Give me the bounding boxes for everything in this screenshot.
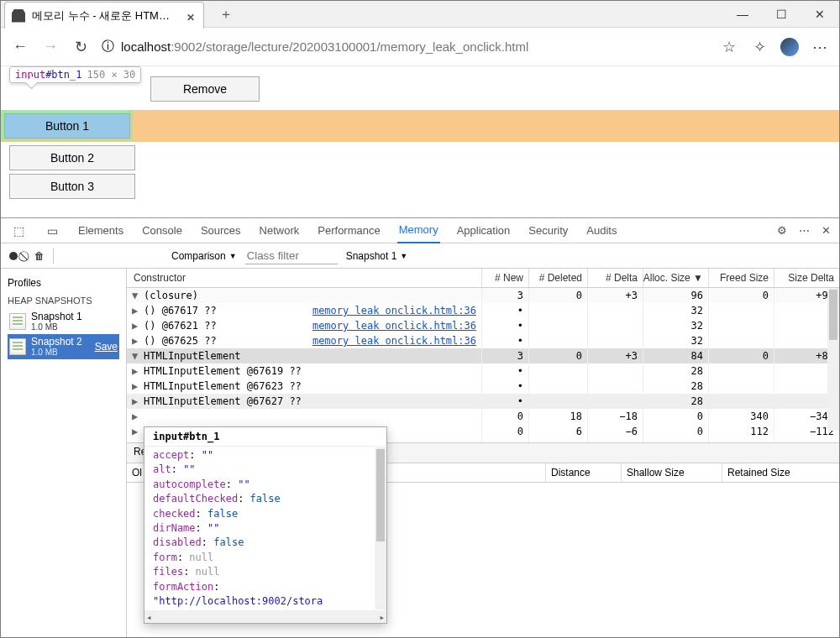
source-link[interactable]: memory leak onclick.html:36: [312, 335, 476, 347]
base-snapshot-label: Snapshot 1: [346, 250, 397, 262]
memory-toolbar: ⃠ 🗑 Comparison▼ Snapshot 1▼: [1, 243, 839, 269]
profiles-heading: Profiles: [8, 277, 119, 289]
snapshot-2-item[interactable]: Snapshot 21.0 MB Save: [8, 334, 119, 359]
object-preview-popup: input#btn_1 accept: ""alt: ""autocomplet…: [144, 426, 387, 624]
popup-body[interactable]: accept: ""alt: ""autocomplete: ""default…: [144, 447, 386, 610]
col-constructor[interactable]: Constructor: [127, 269, 481, 287]
favorite-icon[interactable]: ☆: [720, 38, 738, 56]
snapshot-save-link[interactable]: Save: [95, 341, 118, 353]
tab-performance[interactable]: Performance: [316, 218, 381, 243]
snapshot-1-item[interactable]: Snapshot 11.0 MB: [8, 309, 119, 334]
devtools-tabs: ⬚ ▭ Elements Console Sources Network Per…: [1, 218, 839, 243]
table-row: ▶() @67621 ??memory leak onclick.html:36…: [127, 318, 839, 333]
tab-sources[interactable]: Sources: [199, 218, 243, 243]
scrollbar-thumb[interactable]: [829, 290, 837, 340]
tab-security[interactable]: Security: [527, 218, 570, 243]
titlebar: 메모리 누수 - 새로운 HTML 요소 ✕ ＋ — ☐ ✕: [1, 1, 839, 28]
profile-avatar[interactable]: [780, 38, 799, 56]
tab-title: 메모리 누수 - 새로운 HTML 요소: [32, 8, 175, 24]
button-3[interactable]: Button 3: [9, 174, 135, 199]
devtools-settings-icon[interactable]: ⚙: [777, 224, 787, 237]
inspect-tooltip: input#btn_1150 × 30: [9, 66, 141, 83]
new-tab-button[interactable]: ＋: [213, 1, 239, 28]
col-shallow[interactable]: Shallow Size: [621, 463, 722, 482]
maximize-icon[interactable]: ☐: [762, 1, 801, 28]
tab-application[interactable]: Application: [455, 218, 512, 243]
col-distance[interactable]: Distance: [545, 463, 621, 482]
more-icon[interactable]: ⋯: [811, 38, 829, 56]
devtools-close-icon[interactable]: ✕: [822, 224, 831, 237]
device-toggle-icon[interactable]: ▭: [43, 222, 61, 240]
page-content: input#btn_1150 × 30 Remove Button 1 Butt…: [1, 66, 839, 207]
url-path: /storage/lecture/202003100001/memory_lea…: [202, 39, 529, 54]
comparison-select[interactable]: Comparison▼: [171, 250, 237, 262]
col-retained[interactable]: Retained Size: [722, 463, 839, 482]
inspect-element-icon[interactable]: ⬚: [9, 222, 28, 240]
button-2[interactable]: Button 2: [9, 145, 135, 170]
tab-console[interactable]: Console: [140, 218, 184, 243]
tab-elements[interactable]: Elements: [76, 218, 125, 243]
col-sdelta[interactable]: Size Delta: [774, 269, 839, 287]
col-freed[interactable]: Freed Size: [708, 269, 774, 287]
table-row: ▶018−180340−340: [127, 409, 839, 424]
popup-title: input#btn_1: [144, 427, 386, 447]
forward-icon[interactable]: →: [41, 38, 60, 56]
remove-button[interactable]: Remove: [150, 76, 260, 102]
table-header: Constructor # New # Deleted # Delta Allo…: [127, 269, 839, 288]
source-link[interactable]: memory leak onclick.html:36: [312, 305, 476, 316]
favicon-icon: [12, 9, 25, 23]
navbar: ← → ↻ ⓘ localhost:9002/storage/lecture/2…: [1, 28, 839, 66]
popup-property: accept: "": [153, 448, 378, 463]
popup-scrollbar-h[interactable]: ◂▸: [144, 610, 386, 624]
tab-audits[interactable]: Audits: [585, 218, 618, 243]
devtools-more-icon[interactable]: ⋯: [799, 224, 810, 237]
base-snapshot-select[interactable]: Snapshot 1▼: [346, 250, 408, 262]
tooltip-dims: 150 × 30: [87, 69, 135, 81]
heap-snapshots-label: HEAP SNAPSHOTS: [8, 295, 119, 306]
col-alloc[interactable]: Alloc. Size ▼: [643, 269, 708, 287]
tab-memory[interactable]: Memory: [397, 218, 440, 243]
profiles-sidebar: Profiles HEAP SNAPSHOTS Snapshot 11.0 MB…: [1, 269, 127, 637]
snapshot-2-name: Snapshot 2: [31, 337, 82, 348]
col-deleted[interactable]: # Deleted: [528, 269, 587, 287]
record-icon[interactable]: [9, 252, 18, 260]
popup-property: formAction: "http://localhost:9002/stora: [153, 580, 378, 609]
minimize-icon[interactable]: —: [723, 1, 762, 28]
col-new[interactable]: # New: [481, 269, 528, 287]
tab-close-icon[interactable]: ✕: [186, 12, 195, 20]
address-bar[interactable]: ⓘ localhost:9002/storage/lecture/2020031…: [102, 39, 708, 55]
gc-icon[interactable]: 🗑: [34, 250, 45, 262]
browser-window: 메모리 누수 - 새로운 HTML 요소 ✕ ＋ — ☐ ✕ ← → ↻ ⓘ l…: [0, 0, 840, 638]
source-link[interactable]: memory leak onclick.html:36: [312, 320, 476, 332]
table-body[interactable]: ▼(closure) 3 0 +3 96 0 +96 ▶() @67617 ??…: [127, 288, 839, 442]
snapshot-icon: [9, 338, 26, 355]
site-info-icon[interactable]: ⓘ: [102, 39, 114, 55]
popup-scrollbar-v[interactable]: [375, 447, 386, 609]
table-row: ▶HTMLInputElement @67627 ??•28: [127, 394, 839, 409]
memory-body: Profiles HEAP SNAPSHOTS Snapshot 11.0 MB…: [1, 269, 839, 637]
popup-property: alt: "": [153, 463, 378, 477]
divider: [53, 248, 54, 264]
scrollbar[interactable]: [827, 288, 839, 431]
tab-network[interactable]: Network: [258, 218, 302, 243]
close-icon[interactable]: ✕: [801, 1, 839, 28]
cell-constructor: (closure): [144, 290, 198, 301]
col-delta[interactable]: # Delta: [587, 269, 643, 287]
table-row: ▶() @67617 ??memory leak onclick.html:36…: [127, 303, 839, 318]
class-filter-input[interactable]: [245, 248, 338, 264]
snapshot-icon: [9, 313, 26, 330]
popup-property: defaultChecked: false: [153, 492, 378, 506]
back-icon[interactable]: ←: [11, 38, 29, 56]
popup-property: checked: false: [153, 507, 378, 521]
popup-scrollbar-thumb[interactable]: [376, 449, 385, 541]
url-host: localhost: [121, 39, 171, 54]
inspect-highlight-row: Button 1: [1, 110, 839, 142]
table-row: ▼(closure) 3 0 +3 96 0 +96: [127, 288, 839, 303]
reading-list-icon[interactable]: ✧: [750, 38, 769, 56]
reload-icon[interactable]: ↻: [71, 38, 90, 56]
button-1[interactable]: Button 1: [4, 113, 130, 139]
popup-property: files: null: [153, 565, 378, 579]
table-row: ▶() @67625 ??memory leak onclick.html:36…: [127, 333, 839, 348]
browser-tab[interactable]: 메모리 누수 - 새로운 HTML 요소 ✕: [4, 2, 204, 29]
snapshot-1-size: 1.0 MB: [31, 322, 82, 332]
